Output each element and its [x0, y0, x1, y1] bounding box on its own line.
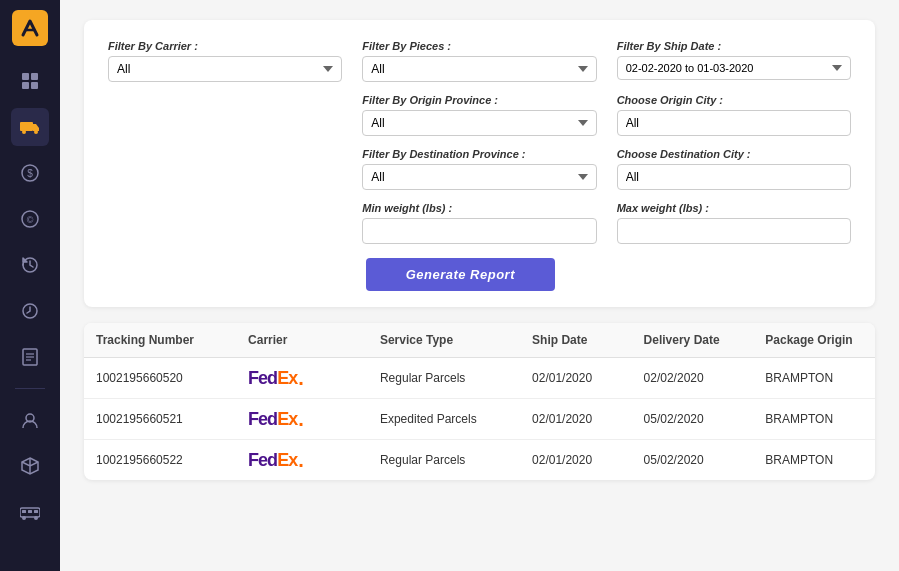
main-content: Filter By Carrier : All Filter By Pieces…: [60, 0, 899, 571]
sidebar-item-billing[interactable]: $: [11, 154, 49, 192]
filter-pieces-group: Filter By Pieces : All: [362, 40, 596, 82]
sidebar-item-packages[interactable]: [11, 447, 49, 485]
cell-carrier: FedEx.: [236, 399, 368, 440]
filter-dest-city-label: Choose Destination City :: [617, 148, 851, 160]
filter-dest-city-input[interactable]: [617, 164, 851, 190]
sidebar: $ ©: [0, 0, 60, 571]
filter-section: Filter By Carrier : All Filter By Pieces…: [84, 20, 875, 307]
filter-ship-date-group: Filter By Ship Date : 02-02-2020 to 01-0…: [617, 40, 851, 82]
cell-ship-date: 02/01/2020: [520, 399, 632, 440]
cell-ship-date: 02/01/2020: [520, 358, 632, 399]
filter-ship-date-select[interactable]: 02-02-2020 to 01-03-2020: [617, 56, 851, 80]
table-row: 1002195660522 FedEx. Regular Parcels 02/…: [84, 440, 875, 481]
sidebar-item-reports[interactable]: ©: [11, 200, 49, 238]
filter-origin-province-select[interactable]: All: [362, 110, 596, 136]
cell-origin: BRAMPTON: [753, 399, 875, 440]
fedex-logo: FedEx.: [248, 368, 303, 388]
sidebar-item-history[interactable]: [11, 246, 49, 284]
cell-delivery-date: 02/02/2020: [632, 358, 754, 399]
col-header-carrier: Carrier: [236, 323, 368, 358]
sidebar-item-history2[interactable]: [11, 292, 49, 330]
svg-point-23: [34, 516, 38, 520]
app-logo[interactable]: [12, 10, 48, 46]
svg-rect-20: [28, 510, 32, 513]
col-header-service: Service Type: [368, 323, 520, 358]
svg-text:$: $: [27, 168, 33, 179]
cell-origin: BRAMPTON: [753, 440, 875, 481]
svg-rect-0: [22, 73, 29, 80]
cell-service-type: Expedited Parcels: [368, 399, 520, 440]
filter-max-weight-group: Max weight (lbs) :: [617, 202, 851, 244]
filter-min-weight-group: Min weight (lbs) :: [362, 202, 596, 244]
svg-rect-1: [31, 73, 38, 80]
results-table: Tracking Number Carrier Service Type Shi…: [84, 323, 875, 480]
filter-dest-city-group: Choose Destination City :: [617, 148, 851, 190]
cell-tracking: 1002195660521: [84, 399, 236, 440]
svg-point-6: [34, 130, 38, 134]
cell-delivery-date: 05/02/2020: [632, 440, 754, 481]
generate-btn-row: Generate Report: [108, 258, 851, 291]
filter-grid: Filter By Carrier : All Filter By Pieces…: [108, 40, 851, 244]
sidebar-item-dashboard[interactable]: [11, 62, 49, 100]
sidebar-divider: [15, 388, 45, 389]
cell-ship-date: 02/01/2020: [520, 440, 632, 481]
svg-rect-21: [34, 510, 38, 513]
filter-dest-province-label: Filter By Destination Province :: [362, 148, 596, 160]
generate-report-button[interactable]: Generate Report: [366, 258, 555, 291]
filter-dest-province-select[interactable]: All: [362, 164, 596, 190]
cell-delivery-date: 05/02/2020: [632, 399, 754, 440]
filter-max-weight-input[interactable]: [617, 218, 851, 244]
sidebar-item-documents[interactable]: [11, 338, 49, 376]
filter-origin-city-label: Choose Origin City :: [617, 94, 851, 106]
filter-min-weight-label: Min weight (lbs) :: [362, 202, 596, 214]
fedex-logo: FedEx.: [248, 409, 303, 429]
table-header: Tracking Number Carrier Service Type Shi…: [84, 323, 875, 358]
filter-carrier-label: Filter By Carrier :: [108, 40, 342, 52]
sidebar-item-contacts[interactable]: [11, 401, 49, 439]
filter-pieces-select[interactable]: All: [362, 56, 596, 82]
col-header-ship-date: Ship Date: [520, 323, 632, 358]
filter-dest-province-group: Filter By Destination Province : All: [362, 148, 596, 190]
svg-rect-19: [22, 510, 26, 513]
filter-origin-province-label: Filter By Origin Province :: [362, 94, 596, 106]
table-row: 1002195660521 FedEx. Expedited Parcels 0…: [84, 399, 875, 440]
filter-origin-province-group: Filter By Origin Province : All: [362, 94, 596, 136]
cell-origin: BRAMPTON: [753, 358, 875, 399]
filter-carrier-select[interactable]: All: [108, 56, 342, 82]
results-table-container: Tracking Number Carrier Service Type Shi…: [84, 323, 875, 480]
filter-pieces-label: Filter By Pieces :: [362, 40, 596, 52]
filter-min-weight-input[interactable]: [362, 218, 596, 244]
col-header-tracking: Tracking Number: [84, 323, 236, 358]
fedex-logo: FedEx.: [248, 450, 303, 470]
cell-carrier: FedEx.: [236, 358, 368, 399]
sidebar-item-shipping[interactable]: [11, 108, 49, 146]
sidebar-item-fleet[interactable]: [11, 493, 49, 531]
svg-point-5: [22, 130, 26, 134]
col-header-delivery: Delivery Date: [632, 323, 754, 358]
cell-tracking: 1002195660520: [84, 358, 236, 399]
filter-origin-city-group: Choose Origin City :: [617, 94, 851, 136]
table-body: 1002195660520 FedEx. Regular Parcels 02/…: [84, 358, 875, 481]
svg-rect-3: [31, 82, 38, 89]
filter-carrier-group: Filter By Carrier : All: [108, 40, 342, 82]
filter-ship-date-label: Filter By Ship Date :: [617, 40, 851, 52]
cell-tracking: 1002195660522: [84, 440, 236, 481]
filter-max-weight-label: Max weight (lbs) :: [617, 202, 851, 214]
table-row: 1002195660520 FedEx. Regular Parcels 02/…: [84, 358, 875, 399]
cell-service-type: Regular Parcels: [368, 440, 520, 481]
filter-origin-city-input[interactable]: [617, 110, 851, 136]
col-header-origin: Package Origin: [753, 323, 875, 358]
svg-text:©: ©: [27, 215, 34, 225]
svg-point-22: [22, 516, 26, 520]
svg-rect-2: [22, 82, 29, 89]
cell-carrier: FedEx.: [236, 440, 368, 481]
svg-rect-4: [20, 122, 33, 131]
cell-service-type: Regular Parcels: [368, 358, 520, 399]
